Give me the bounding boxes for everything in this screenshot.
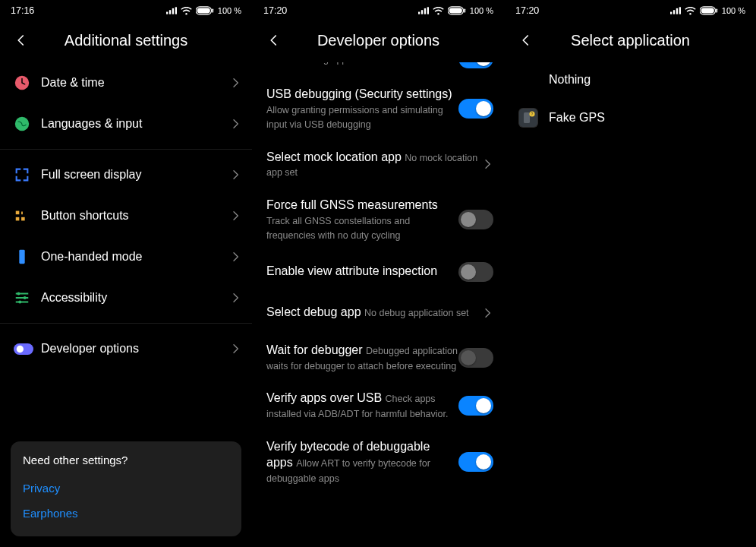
signal-icon (166, 7, 177, 14)
wifi-icon (685, 7, 696, 15)
row-label: Full screen display (41, 168, 142, 181)
status-bar: 17:20 100 % (505, 0, 756, 18)
more-settings-card: Need other settings? Privacy Earphones (11, 441, 241, 536)
row-label: One-handed mode (41, 250, 142, 263)
row-accessibility[interactable]: Accessibility (0, 277, 252, 318)
divider (0, 323, 252, 324)
chevron-right-icon (481, 158, 493, 170)
chevron-right-icon (229, 210, 241, 222)
row-usb-debugging-security[interactable]: USB debugging (Security settings) Allow … (253, 77, 504, 141)
chevron-right-icon (481, 307, 493, 319)
signal-icon (670, 7, 681, 14)
fake-gps-icon (518, 108, 538, 128)
app-option-nothing[interactable]: Nothing (505, 62, 756, 97)
row-view-attribute-inspection[interactable]: Enable view attribute inspection (253, 251, 504, 292)
toggle-switch[interactable] (458, 452, 493, 472)
row-sub: Allow granting permissions and simulatin… (266, 105, 443, 130)
app-option-fake-gps[interactable]: Fake GPS (505, 97, 756, 138)
back-button[interactable] (8, 27, 35, 54)
sliders-icon (14, 289, 41, 306)
row-title: Select mock location app (266, 150, 402, 163)
battery-pct: 100 % (218, 6, 241, 15)
row-full-screen-display[interactable]: Full screen display (0, 154, 252, 195)
row-title: Select debug app (266, 305, 361, 318)
back-button[interactable] (260, 27, 288, 54)
link-privacy[interactable]: Privacy (23, 476, 229, 501)
divider (0, 149, 252, 150)
row-select-debug-app[interactable]: Select debug app No debug application se… (253, 292, 504, 334)
row-label: Date & time (41, 76, 105, 89)
globe-icon (14, 115, 41, 132)
chevron-right-icon (229, 118, 241, 130)
toggle-switch[interactable] (458, 210, 493, 229)
status-bar: 17:16 100 % (0, 0, 252, 18)
clock-icon (14, 74, 41, 91)
toggle-switch (458, 348, 493, 368)
row-title: Enable view attribute inspection (266, 264, 437, 277)
row-title: USB debugging (Security settings) (266, 87, 452, 100)
row-title: Force full GNSS measurements (266, 198, 438, 211)
app-label: Nothing (549, 73, 591, 87)
battery-icon (448, 6, 466, 15)
row-verify-bytecode[interactable]: Verify bytecode of debuggable apps Allow… (253, 430, 504, 494)
page-title: Developer options (288, 32, 496, 49)
pane-additional-settings: 17:16 100 % Additional settings Date & t… (0, 0, 252, 547)
row-title: Verify apps over USB (266, 391, 382, 404)
card-question: Need other settings? (23, 454, 229, 466)
wifi-icon (181, 7, 192, 15)
toggle-switch[interactable] (458, 262, 493, 282)
row-title: Wait for debugger (266, 343, 363, 356)
row-languages-input[interactable]: Languages & input (0, 103, 252, 144)
row-developer-options[interactable]: Developer options (0, 328, 252, 369)
battery-pct: 100 % (470, 6, 493, 15)
header: Additional settings (0, 18, 252, 62)
page-title: Additional settings (35, 32, 244, 49)
shortcuts-icon (14, 207, 41, 224)
row-sub: Allow installing apps via USB (266, 62, 389, 65)
toggle-icon (14, 343, 41, 355)
row-label: Button shortcuts (41, 209, 129, 222)
row-wait-for-debugger: Wait for debugger Debugged application w… (253, 334, 504, 382)
row-button-shortcuts[interactable]: Button shortcuts (0, 195, 252, 236)
pane-select-application: 17:20 100 % Select application Nothing F… (504, 0, 756, 547)
chevron-right-icon (229, 292, 241, 304)
row-install-via-usb[interactable]: Allow installing apps via USB (253, 62, 504, 77)
toggle-switch[interactable] (458, 396, 493, 416)
header: Select application (505, 18, 756, 62)
row-force-full-gnss[interactable]: Force full GNSS measurements Track all G… (253, 188, 504, 251)
status-time: 17:20 (263, 5, 287, 16)
battery-icon (196, 6, 214, 15)
chevron-right-icon (229, 169, 241, 181)
back-button[interactable] (512, 27, 540, 54)
toggle-switch[interactable] (458, 99, 493, 119)
app-label: Fake GPS (549, 111, 605, 125)
link-earphones[interactable]: Earphones (23, 501, 229, 526)
fullscreen-icon (14, 166, 41, 183)
status-time: 17:16 (11, 5, 34, 16)
page-title: Select application (540, 32, 748, 49)
chevron-right-icon (229, 343, 241, 355)
chevron-right-icon (229, 77, 241, 89)
row-date-time[interactable]: Date & time (0, 62, 252, 103)
phone-icon (14, 248, 41, 265)
status-bar: 17:20 100 % (253, 0, 504, 18)
row-one-handed-mode[interactable]: One-handed mode (0, 236, 252, 277)
signal-icon (418, 7, 429, 14)
toggle-switch[interactable] (458, 62, 493, 68)
row-sub: Track all GNSS constellations and freque… (266, 216, 410, 241)
row-select-mock-location[interactable]: Select mock location app No mock locatio… (253, 141, 504, 189)
status-time: 17:20 (515, 5, 539, 16)
row-verify-apps-usb[interactable]: Verify apps over USB Check apps installe… (253, 381, 504, 430)
row-sub: No debug application set (364, 308, 469, 318)
row-label: Developer options (41, 342, 139, 355)
row-label: Accessibility (41, 291, 107, 304)
chevron-right-icon (229, 251, 241, 263)
wifi-icon (433, 7, 444, 15)
pane-developer-options: 17:20 100 % Developer options Allow inst… (252, 0, 504, 547)
header: Developer options (253, 18, 504, 62)
row-label: Languages & input (41, 117, 142, 130)
battery-icon (700, 6, 718, 15)
battery-pct: 100 % (722, 6, 745, 15)
